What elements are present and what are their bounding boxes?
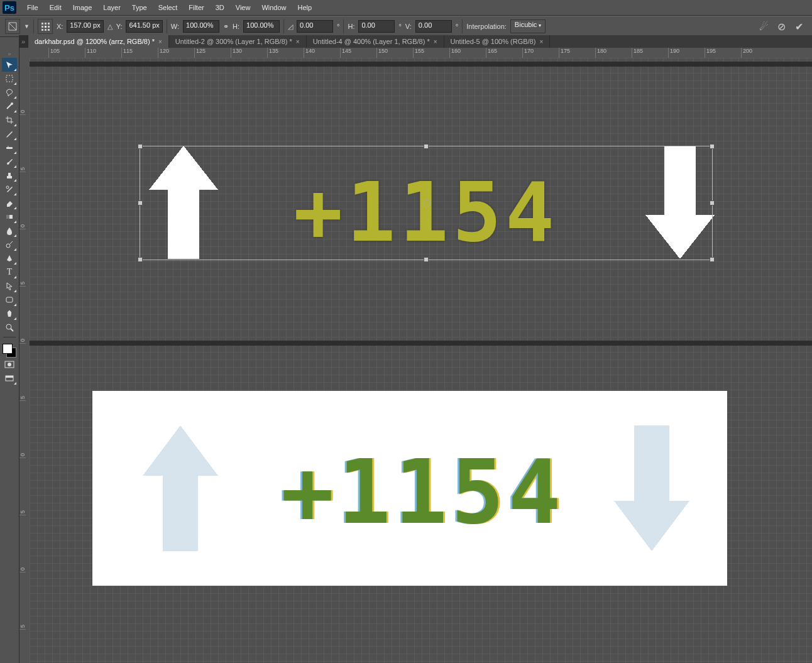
y-value[interactable]: 641.50 px [126,20,162,33]
x-label: X: [57,23,63,30]
svg-rect-7 [41,29,43,31]
menu-select[interactable]: Select [153,4,184,11]
ruler-tick: 190 [668,48,705,58]
transform-bbox[interactable] [140,146,713,260]
canvas-area: 105 110 115 120 125 130 135 140 145 150 … [19,48,812,663]
document-tab[interactable]: Untitled-5 @ 100% (RGB/8) × [444,35,551,48]
interp-label: Interpolation: [466,23,507,30]
type-tool[interactable]: T [2,265,17,279]
screenmode-toggle[interactable] [2,371,17,385]
ruler-tick: 175 [559,48,595,58]
healing-brush-tool[interactable] [2,141,17,155]
transform-tool-icon[interactable] [5,19,20,34]
menu-window[interactable]: Window [256,4,292,11]
history-brush-tool[interactable] [2,182,17,196]
path-select-tool[interactable] [2,279,17,293]
pen-tool[interactable] [2,251,17,265]
shape-tool[interactable] [2,293,17,307]
menu-file[interactable]: File [21,4,44,11]
tab-expand-icon[interactable]: » [19,35,28,48]
w-value[interactable]: 100.00% [183,20,219,33]
transform-handle[interactable] [138,200,143,205]
ruler-tick: 110 [85,48,121,58]
commit-icon[interactable]: ✔ [795,21,803,32]
transform-pivot[interactable] [423,200,431,207]
chevron-down-icon: ▾ [539,23,541,28]
ruler-tick: 185 [632,48,668,58]
reference-point-icon[interactable] [38,19,53,34]
expand-panels-icon[interactable]: » [2,50,17,58]
separator [167,19,167,33]
dodge-tool[interactable] [2,238,17,251]
h-value[interactable]: 100.00% [243,20,280,33]
ruler-tick: 155 [413,48,449,58]
zoom-tool[interactable] [2,321,17,334]
cancel-icon[interactable]: ⊘ [777,21,786,32]
warp-icon[interactable]: ☄ [759,21,768,32]
ruler-tick: 5 [19,458,26,515]
y-label: Y: [116,23,123,30]
transform-handle[interactable] [710,200,715,205]
ruler-tick: 5 [19,229,26,287]
transform-handle[interactable] [138,144,143,149]
transform-handle[interactable] [138,257,143,262]
eyedropper-tool[interactable] [2,127,17,141]
document-tab[interactable]: darkhabr.psd @ 1200% (arrz, RGB/8) * × [28,35,169,48]
close-icon[interactable]: × [434,38,437,45]
eraser-tool[interactable] [2,196,17,210]
marquee-tool[interactable] [2,72,17,85]
svg-rect-2 [45,23,47,25]
tab-label: darkhabr.psd @ 1200% (arrz, RGB/8) * [35,38,155,45]
menu-view[interactable]: View [230,4,256,11]
transform-handle[interactable] [424,257,429,262]
ruler-horizontal[interactable]: 105 110 115 120 125 130 135 140 145 150 … [30,48,812,58]
move-tool[interactable] [2,58,17,72]
menu-layer[interactable]: Layer [97,4,126,11]
svg-point-20 [6,244,10,248]
document-tab[interactable]: Untitled-2 @ 300% (Layer 1, RGB/8) * × [169,35,307,48]
menu-type[interactable]: Type [126,4,153,11]
menu-image[interactable]: Image [67,4,98,11]
svg-rect-6 [48,26,50,28]
link-icon[interactable]: ⚭ [223,23,229,31]
menu-edit[interactable]: Edit [44,4,67,11]
gradient-tool[interactable] [2,210,17,224]
rotation-value[interactable]: 0.00 [297,20,333,33]
close-icon[interactable]: × [539,38,543,45]
brush-tool[interactable] [2,155,17,168]
up-arrow-icon [143,425,218,551]
ruler-tick: 130 [231,48,267,58]
chevron-down-icon[interactable]: ▼ [24,23,30,30]
x-value[interactable]: 157.00 px [67,20,103,33]
delta-icon[interactable]: △ [107,23,112,31]
color-swatch[interactable] [3,344,16,358]
magic-wand-tool[interactable] [2,99,17,113]
interp-select[interactable]: Bicubic ▾ [510,19,546,33]
ruler-tick: 0 [19,58,26,115]
hand-tool[interactable] [2,307,17,321]
crop-tool[interactable] [2,113,17,127]
lasso-tool[interactable] [2,85,17,99]
transform-handle[interactable] [424,144,429,149]
document-tab[interactable]: Untitled-4 @ 400% (Layer 1, RGB/8) * × [307,35,444,48]
svg-point-26 [8,363,11,366]
close-icon[interactable]: × [296,38,300,45]
canvas[interactable]: +1154 [30,58,812,663]
svg-rect-3 [48,23,50,25]
menu-help[interactable]: Help [292,4,318,11]
ruler-vertical[interactable]: 0 5 0 5 0 5 0 5 0 5 [19,58,30,663]
clone-stamp-tool[interactable] [2,168,17,182]
menu-filter[interactable]: Filter [183,4,209,11]
transform-handle[interactable] [710,257,715,262]
menu-3d[interactable]: 3D [210,4,230,11]
quickmask-toggle[interactable] [2,358,17,371]
transform-handle[interactable] [710,144,715,149]
ruler-tick: 195 [705,48,741,58]
svg-rect-13 [6,147,13,149]
vskew-value[interactable]: 0.00 [415,20,452,33]
close-icon[interactable]: × [158,38,162,45]
ruler-tick: 105 [48,48,85,58]
svg-rect-15 [7,176,12,178]
hskew-value[interactable]: 0.00 [358,20,395,33]
blur-tool[interactable] [2,224,17,238]
